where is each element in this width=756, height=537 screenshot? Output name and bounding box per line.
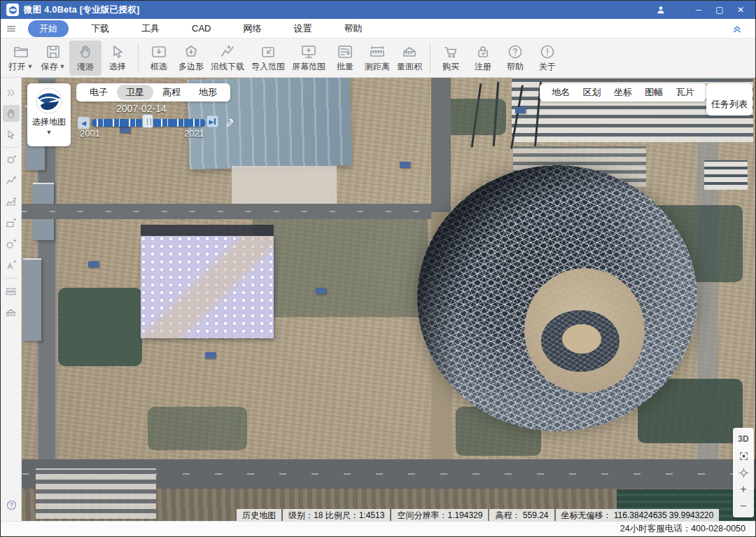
overlay-toggle-bar: 地名 区划 坐标 图幅 瓦片 — [540, 83, 706, 102]
map-building — [88, 261, 99, 267]
zoom-out-button[interactable]: − — [736, 499, 751, 513]
sidebar-help-icon[interactable] — [3, 496, 20, 513]
menu-tab-start[interactable]: 开始 — [28, 20, 69, 37]
map-terrain-patch — [456, 407, 541, 456]
draw-polygon-icon[interactable] — [3, 194, 20, 211]
ruler-icon — [369, 43, 386, 60]
register-button[interactable]: 注册 — [467, 41, 499, 76]
pan-hand-icon[interactable] — [3, 105, 20, 122]
birds-nest-stadium — [417, 165, 697, 431]
along-line-download-button[interactable]: 沿线下载 — [207, 41, 248, 76]
toggle-map-sheets[interactable]: 图幅 — [645, 86, 663, 99]
box-download-icon — [150, 43, 167, 60]
toggle-coordinates[interactable]: 坐标 — [614, 86, 632, 99]
lock-check-icon — [475, 43, 491, 60]
locate-icon[interactable] — [736, 466, 751, 480]
map-building — [515, 107, 526, 113]
birds-nest-infield — [524, 268, 645, 393]
timeline-slider-handle[interactable] — [142, 114, 153, 128]
caret-down-icon: ▼ — [27, 63, 34, 70]
maximize-button[interactable]: ▢ — [709, 1, 730, 19]
toolbar-separator — [430, 43, 430, 73]
timeline-current-date: 2007-02-14 — [116, 103, 167, 114]
toggle-placenames[interactable]: 地名 — [552, 86, 570, 99]
select-cursor-icon[interactable] — [3, 126, 20, 143]
map-building-rows — [704, 160, 748, 190]
measure-area-button[interactable]: 量面积 — [393, 41, 426, 76]
help-button[interactable]: 帮助 — [499, 41, 531, 76]
tab-elevation-map[interactable]: 高程 — [153, 85, 190, 100]
status-level-scale: 级别：18 比例尺：1:4513 — [283, 509, 390, 522]
buy-button[interactable]: 购买 — [435, 41, 467, 76]
sidebar-separator — [4, 278, 18, 279]
user-account-icon[interactable] — [650, 1, 671, 19]
draw-circle-icon[interactable] — [3, 236, 20, 253]
pan-tool-button[interactable]: 漫游 — [69, 41, 102, 76]
list-download-icon — [337, 43, 354, 60]
caret-down-icon: ▼ — [59, 63, 66, 70]
status-history-map: 历史地图 — [237, 509, 281, 522]
menu-tab-settings[interactable]: 设置 — [284, 20, 321, 37]
import-range-button[interactable]: 导入范围 — [248, 41, 288, 76]
measure-distance-icon[interactable] — [3, 283, 20, 300]
import-box-icon — [260, 43, 276, 60]
open-button[interactable]: 打开▼ — [5, 41, 37, 76]
minimize-button[interactable]: ─ — [688, 1, 709, 19]
map-texture — [22, 78, 755, 521]
measure-distance-button[interactable]: 测距离 — [361, 41, 393, 76]
tab-terrain-map[interactable]: 地形 — [190, 85, 226, 100]
menu-tab-cad[interactable]: CAD — [182, 21, 220, 36]
monitor-download-icon — [300, 43, 317, 60]
save-button[interactable]: 保存▼ — [37, 41, 69, 76]
close-button[interactable]: ✕ — [730, 1, 751, 19]
draw-polyline-icon[interactable] — [3, 173, 20, 190]
map-road — [431, 212, 452, 464]
map-road — [22, 459, 755, 489]
map-road — [697, 78, 718, 459]
zoom-in-button[interactable]: + — [736, 482, 751, 496]
draw-rectangle-icon[interactable] — [3, 215, 20, 232]
toggle-districts[interactable]: 区划 — [583, 86, 601, 99]
area-ruler-icon — [401, 43, 418, 60]
timeline-prev-button[interactable]: ◀ — [78, 117, 90, 129]
save-icon — [45, 43, 62, 60]
polygon-button[interactable]: 多边形 — [175, 41, 207, 76]
collapse-ribbon-icon[interactable] — [732, 22, 743, 36]
map-picker-button[interactable]: 选择地图 ▼ — [27, 83, 71, 146]
add-text-icon[interactable] — [3, 257, 20, 274]
fullscreen-icon[interactable] — [736, 449, 751, 463]
tab-satellite-map[interactable]: 卫星 — [117, 85, 153, 100]
hamburger-menu-icon[interactable] — [1, 23, 22, 34]
box-select-button[interactable]: 框选 — [143, 41, 175, 76]
task-list-button[interactable]: 任务列表 — [706, 83, 752, 116]
app-title: 微图 4.0Beta [专业版已授权] — [24, 4, 139, 16]
mode-3d-button[interactable]: 3D — [736, 432, 751, 446]
toolbar: 打开▼ 保存▼ 漫游 选择 框选 多边形 沿线下载 导入范围 — [1, 39, 755, 78]
timeline-settings-icon[interactable] — [223, 117, 234, 131]
measure-area-icon[interactable] — [3, 304, 20, 321]
toggle-tiles[interactable]: 瓦片 — [676, 86, 694, 99]
cart-icon — [442, 43, 459, 60]
menu-tab-tools[interactable]: 工具 — [132, 20, 169, 37]
draw-freeform-icon[interactable] — [3, 152, 20, 169]
map-statusbar: 历史地图 级别：18 比例尺：1:4513 空间分辨率：1.194329 高程：… — [237, 509, 719, 521]
app-logo-icon — [6, 4, 19, 16]
menu-tab-download[interactable]: 下载 — [81, 20, 119, 37]
screen-range-button[interactable]: 屏幕范围 — [288, 41, 329, 76]
map-canvas[interactable]: 选择地图 ▼ 电子 卫星 高程 地形 2007-02-14 ◀ ▶ 2001 2… — [22, 78, 755, 521]
menu-tab-help[interactable]: 帮助 — [334, 20, 372, 37]
tab-electronic-map[interactable]: 电子 — [80, 85, 117, 100]
map-crane — [510, 85, 524, 148]
caret-down-icon: ▼ — [46, 129, 52, 136]
globe-logo-icon — [35, 87, 63, 115]
timeline-start-year: 2001 — [80, 128, 100, 139]
about-button[interactable]: 关于 — [531, 41, 564, 76]
view-controls: 3D + − — [733, 428, 754, 517]
expand-panel-icon[interactable] — [3, 84, 20, 101]
menu-tab-network[interactable]: 网络 — [233, 20, 271, 37]
batch-button[interactable]: 批量 — [329, 41, 361, 76]
map-terrain-patch — [638, 379, 743, 443]
status-elevation: 高程： 559.24 — [489, 509, 554, 522]
select-tool-button[interactable]: 选择 — [102, 41, 134, 76]
timeline-next-button[interactable]: ▶ — [206, 116, 218, 127]
